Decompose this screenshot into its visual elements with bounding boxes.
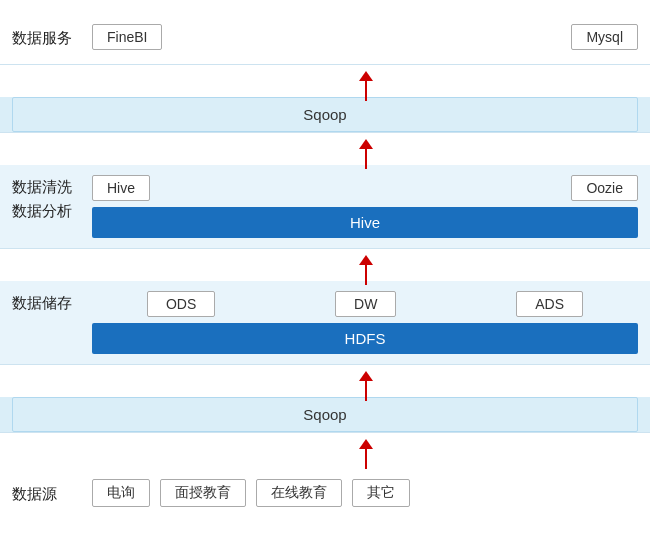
- sqoop2-section: Sqoop: [0, 397, 650, 432]
- data-storage-content: ODS DW ADS HDFS: [92, 291, 638, 354]
- mysql-box: Mysql: [571, 24, 638, 50]
- finebi-box: FineBI: [92, 24, 162, 50]
- ods-box: ODS: [147, 291, 215, 317]
- storage-boxes: ODS DW ADS: [92, 291, 638, 317]
- data-service-content: FineBI Mysql: [92, 24, 638, 50]
- source-item-2: 在线教育: [256, 479, 342, 507]
- data-source-label: 数据源: [12, 483, 92, 504]
- arrow-4-row: [0, 365, 650, 397]
- arrow-3-row: [0, 249, 650, 281]
- oozie-box: Oozie: [571, 175, 638, 201]
- data-storage-label-wrap: 数据储存: [12, 291, 92, 315]
- data-clean-labels: 数据清洗 数据分析: [12, 175, 92, 223]
- hive-bar: Hive: [92, 207, 638, 238]
- data-storage-section: 数据储存 ODS DW ADS HDFS: [0, 281, 650, 364]
- data-service-row: 数据服务 FineBI Mysql: [0, 10, 650, 64]
- source-item-1: 面授教育: [160, 479, 246, 507]
- dw-box: DW: [335, 291, 396, 317]
- data-clean-section: 数据清洗 数据分析 Hive Oozie Hive: [0, 165, 650, 248]
- data-source-row: 数据源 电询 面授教育 在线教育 其它: [0, 465, 650, 521]
- sqoop2-bar: Sqoop: [12, 397, 638, 432]
- data-clean-label1: 数据清洗: [12, 175, 92, 199]
- hdfs-bar: HDFS: [92, 323, 638, 354]
- sqoop2-label: Sqoop: [303, 406, 346, 423]
- arrow-2-row: [0, 133, 650, 165]
- source-item-0: 电询: [92, 479, 150, 507]
- data-source-content: 电询 面授教育 在线教育 其它: [92, 479, 638, 507]
- sqoop1-section: Sqoop: [0, 97, 650, 132]
- ads-box: ADS: [516, 291, 583, 317]
- data-clean-boxes: Hive Oozie: [92, 175, 638, 201]
- data-storage-label: 数据储存: [12, 291, 92, 315]
- arrow-1-row: [0, 65, 650, 97]
- sqoop1-bar: Sqoop: [12, 97, 638, 132]
- data-service-label: 数据服务: [12, 27, 92, 48]
- arrow-5-row: [0, 433, 650, 465]
- source-item-3: 其它: [352, 479, 410, 507]
- data-analyze-label: 数据分析: [12, 199, 92, 223]
- data-clean-content: Hive Oozie Hive: [92, 175, 638, 238]
- diagram: 数据服务 FineBI Mysql Sqoop 数据清洗 数据分析 Hive: [0, 0, 650, 531]
- sqoop1-label: Sqoop: [303, 106, 346, 123]
- hive-top-box: Hive: [92, 175, 150, 201]
